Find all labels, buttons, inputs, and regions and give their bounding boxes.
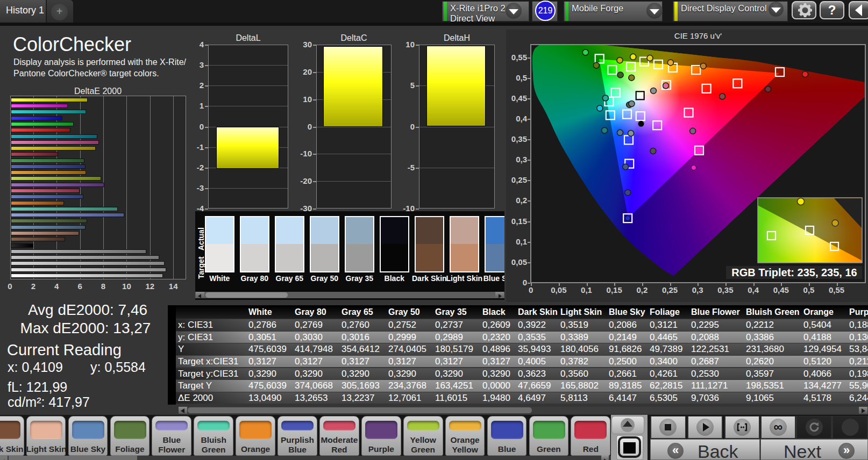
svg-text:RGB Triplet: 235, 235, 16: RGB Triplet: 235, 235, 16 [731, 267, 857, 278]
